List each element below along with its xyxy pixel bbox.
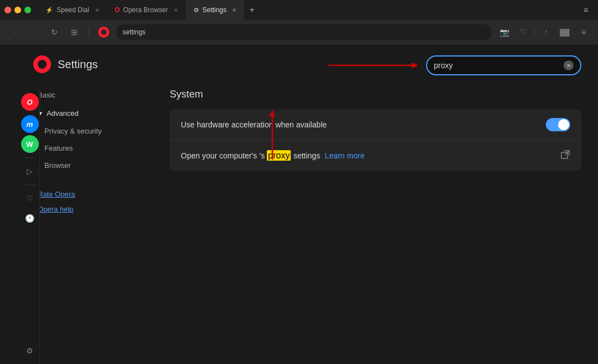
tab-speed-dial-label: Speed Dial xyxy=(57,6,89,14)
tab-grid-button[interactable]: ⊞ xyxy=(67,24,82,40)
settings-sidebar-icon: ⚙ xyxy=(26,346,33,355)
back-button[interactable]: ‹ xyxy=(7,24,22,40)
search-input[interactable] xyxy=(434,61,559,70)
close-button[interactable] xyxy=(4,7,11,13)
menu-button[interactable]: ≡ xyxy=(576,24,591,40)
settings-tab-icon: ⚙ xyxy=(194,7,199,14)
overflow-menu-button[interactable]: ≡ xyxy=(578,2,594,18)
sidebar-item-bookmarks[interactable]: ♡ xyxy=(21,189,39,207)
share-icon: ↑ xyxy=(544,28,548,36)
tab-settings-close[interactable]: ✕ xyxy=(232,7,236,13)
messenger-icon: m xyxy=(27,120,33,129)
sidebar-item-whatsapp[interactable]: W xyxy=(21,135,39,153)
add-tab-button[interactable]: + xyxy=(244,2,260,18)
titlebar-actions: ≡ xyxy=(578,2,594,18)
rate-opera-link[interactable]: Rate Opera xyxy=(31,187,153,202)
system-section: System Use hardware acceleration when av… xyxy=(170,89,581,171)
sidebar-item-messenger[interactable]: m xyxy=(21,115,39,133)
address-bar[interactable]: settings xyxy=(116,24,492,40)
send-icon: ▷ xyxy=(27,167,33,176)
opera-help-link[interactable]: Opera help xyxy=(31,202,153,217)
tab-speed-dial[interactable]: ⚡ Speed Dial ✕ xyxy=(38,0,107,20)
separator1 xyxy=(89,27,89,37)
search-bar-container: ✕ xyxy=(170,55,581,75)
reload-button[interactable]: ↻ xyxy=(47,24,62,40)
traffic-lights xyxy=(4,7,31,13)
external-link-svg xyxy=(560,150,570,160)
camera-icon: 📷 xyxy=(500,28,509,37)
opera-logo-icon: O xyxy=(27,98,32,106)
svg-marker-1 xyxy=(412,63,417,68)
left-nav: Settings Basic ▼ Advanced Privacy & secu… xyxy=(20,44,153,364)
nav-sub-browser-label: Browser xyxy=(44,161,71,170)
nav-sub-item-browser[interactable]: Browser xyxy=(31,157,153,173)
svg-marker-4 xyxy=(270,110,275,116)
nav-item-advanced-label: Advanced xyxy=(47,109,79,117)
search-clear-button[interactable]: ✕ xyxy=(564,60,574,70)
tab-speed-dial-close[interactable]: ✕ xyxy=(95,7,99,13)
vertical-arrow-svg xyxy=(250,110,295,165)
sidebar-item-settings[interactable]: ⚙ xyxy=(21,342,39,360)
proxy-text-before: Open your computer's xyxy=(181,151,257,160)
external-link-icon[interactable] xyxy=(560,150,570,162)
heart-button[interactable]: ♡ xyxy=(515,24,531,40)
heart-icon: ♡ xyxy=(520,28,527,37)
sidebar-separator-1 xyxy=(24,157,36,158)
sidebar-bottom: ⚙ xyxy=(21,342,39,360)
tabs-bar: ⚡ Speed Dial ✕ O Opera Browser ✕ ⚙ Setti… xyxy=(38,0,594,20)
titlebar: ⚡ Speed Dial ✕ O Opera Browser ✕ ⚙ Setti… xyxy=(0,0,598,20)
clock-icon: 🕐 xyxy=(25,214,34,223)
navbar-right: 📷 ♡ ↑ ▓▓ ≡ xyxy=(496,24,591,40)
settings-row-hardware-acceleration: Use hardware acceleration when available xyxy=(170,109,581,141)
nav-item-basic-label: Basic xyxy=(38,91,55,99)
maximize-button[interactable] xyxy=(24,7,31,13)
hardware-acceleration-toggle[interactable] xyxy=(546,118,570,131)
camera-button[interactable]: 📷 xyxy=(496,24,512,40)
speed-dial-tab-icon: ⚡ xyxy=(45,7,53,14)
heart-sidebar-icon: ♡ xyxy=(26,194,33,203)
learn-more-link[interactable]: Learn more xyxy=(325,151,365,160)
main-settings: ✕ System Use hardware acceleration when … xyxy=(153,44,598,364)
sidebar-item-send[interactable]: ▷ xyxy=(21,162,39,180)
nav-sub-privacy-label: Privacy & security xyxy=(44,127,102,135)
sidebar: O m W ▷ ♡ 🕐 ⚙ xyxy=(20,89,40,364)
settings-logo xyxy=(33,55,51,73)
tab-opera-browser-label: Opera Browser xyxy=(123,6,168,14)
nav-item-advanced[interactable]: ▼ Advanced xyxy=(31,105,153,122)
sidebar-opera-logo[interactable]: O xyxy=(21,93,39,111)
address-text: settings xyxy=(123,28,145,36)
reload-icon: ↻ xyxy=(51,28,58,37)
settings-header: Settings xyxy=(31,55,153,73)
horizontal-arrow-svg xyxy=(328,59,417,72)
nav-links: Rate Opera Opera help xyxy=(31,187,153,217)
nav-sub-features-label: Features xyxy=(44,144,73,152)
add-tab-icon: + xyxy=(249,5,254,15)
menu-icon: ≡ xyxy=(581,28,586,37)
tab-opera-browser[interactable]: O Opera Browser ✕ xyxy=(107,0,186,20)
proxy-text-after: settings xyxy=(293,151,320,160)
nav-sub-item-privacy-security[interactable]: Privacy & security xyxy=(31,123,153,139)
system-section-title: System xyxy=(170,89,581,100)
tab-settings[interactable]: ⚙ Settings ✕ xyxy=(186,0,244,20)
sidebar-item-history[interactable]: 🕐 xyxy=(21,209,39,227)
overflow-icon: ≡ xyxy=(584,6,588,14)
settings-title: Settings xyxy=(58,58,98,71)
settings-row-proxy: Open your computer's 's proxy settings L… xyxy=(170,141,581,171)
forward-button[interactable]: › xyxy=(27,24,42,40)
tab-settings-label: Settings xyxy=(202,6,226,14)
nav-sub-item-features[interactable]: Features xyxy=(31,140,153,156)
back-icon: ‹ xyxy=(13,28,16,37)
share-button[interactable]: ↑ xyxy=(538,24,554,40)
minimize-button[interactable] xyxy=(14,7,21,13)
whatsapp-icon: W xyxy=(26,140,33,148)
tab-opera-browser-close[interactable]: ✕ xyxy=(174,7,178,13)
battery-button[interactable]: ▓▓ xyxy=(557,24,572,40)
forward-icon: › xyxy=(33,28,36,37)
nav-item-basic[interactable]: Basic xyxy=(31,86,153,104)
arrow-annotation xyxy=(328,59,417,72)
sidebar-separator-2 xyxy=(24,184,36,185)
search-box[interactable]: ✕ xyxy=(426,55,581,75)
tab-grid-icon: ⊞ xyxy=(71,28,78,37)
content-area: O m W ▷ ♡ 🕐 ⚙ Settings Basi xyxy=(20,44,598,364)
opera-browser-tab-icon: O xyxy=(115,6,120,14)
